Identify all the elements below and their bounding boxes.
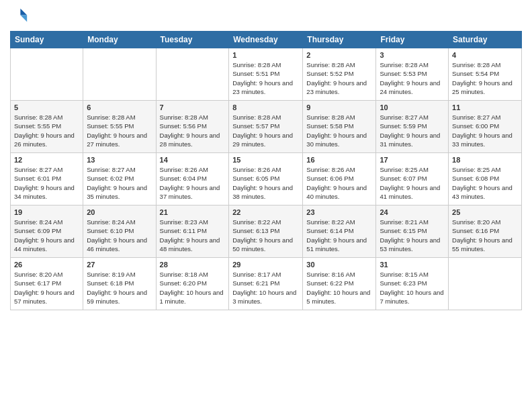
day-info: Sunrise: 8:17 AM Sunset: 6:21 PM Dayligh…	[232, 270, 299, 306]
day-number: 14	[160, 156, 226, 164]
day-cell: 6Sunrise: 8:28 AM Sunset: 5:55 PM Daylig…	[83, 101, 156, 153]
day-cell: 12Sunrise: 8:27 AM Sunset: 6:01 PM Dayli…	[11, 153, 83, 205]
day-info: Sunrise: 8:27 AM Sunset: 6:00 PM Dayligh…	[452, 113, 518, 148]
day-number: 28	[160, 261, 226, 269]
day-cell: 28Sunrise: 8:18 AM Sunset: 6:20 PM Dayli…	[156, 258, 229, 310]
day-number: 13	[87, 156, 152, 164]
weekday-header-tuesday: Tuesday	[156, 32, 229, 48]
day-cell: 13Sunrise: 8:27 AM Sunset: 6:02 PM Dayli…	[83, 153, 156, 205]
week-row-1: 5Sunrise: 8:28 AM Sunset: 5:55 PM Daylig…	[11, 101, 522, 153]
day-number: 1	[232, 51, 299, 59]
weekday-header-saturday: Saturday	[449, 32, 522, 48]
svg-marker-0	[20, 9, 27, 15]
day-cell: 23Sunrise: 8:22 AM Sunset: 6:14 PM Dayli…	[303, 205, 376, 258]
weekday-header-row: SundayMondayTuesdayWednesdayThursdayFrid…	[11, 32, 522, 48]
day-info: Sunrise: 8:15 AM Sunset: 6:23 PM Dayligh…	[380, 270, 445, 306]
day-cell: 10Sunrise: 8:27 AM Sunset: 5:59 PM Dayli…	[376, 101, 449, 153]
day-number: 10	[380, 103, 445, 111]
day-number: 23	[306, 208, 372, 216]
day-info: Sunrise: 8:26 AM Sunset: 6:05 PM Dayligh…	[232, 165, 299, 201]
day-info: Sunrise: 8:24 AM Sunset: 6:10 PM Dayligh…	[87, 218, 152, 253]
day-number: 21	[160, 208, 226, 216]
day-cell: 22Sunrise: 8:22 AM Sunset: 6:13 PM Dayli…	[229, 205, 303, 258]
day-info: Sunrise: 8:23 AM Sunset: 6:11 PM Dayligh…	[160, 218, 226, 253]
day-number: 9	[306, 103, 372, 111]
day-info: Sunrise: 8:28 AM Sunset: 5:58 PM Dayligh…	[306, 113, 372, 148]
day-info: Sunrise: 8:26 AM Sunset: 6:04 PM Dayligh…	[160, 165, 226, 201]
day-info: Sunrise: 8:16 AM Sunset: 6:22 PM Dayligh…	[306, 270, 372, 306]
day-number: 31	[380, 261, 445, 269]
day-info: Sunrise: 8:25 AM Sunset: 6:08 PM Dayligh…	[452, 165, 518, 201]
day-number: 22	[232, 208, 299, 216]
day-number: 5	[14, 103, 79, 111]
day-number: 27	[87, 261, 152, 269]
day-number: 16	[306, 156, 372, 164]
calendar-table: SundayMondayTuesdayWednesdayThursdayFrid…	[10, 31, 522, 310]
day-cell: 15Sunrise: 8:26 AM Sunset: 6:05 PM Dayli…	[229, 153, 303, 205]
day-cell	[156, 48, 229, 101]
day-number: 20	[87, 208, 152, 216]
day-cell: 24Sunrise: 8:21 AM Sunset: 6:15 PM Dayli…	[376, 205, 449, 258]
day-cell: 4Sunrise: 8:28 AM Sunset: 5:54 PM Daylig…	[449, 48, 522, 101]
svg-marker-1	[20, 15, 27, 22]
day-cell	[11, 48, 83, 101]
day-cell: 7Sunrise: 8:28 AM Sunset: 5:56 PM Daylig…	[156, 101, 229, 153]
day-info: Sunrise: 8:18 AM Sunset: 6:20 PM Dayligh…	[160, 270, 226, 306]
day-info: Sunrise: 8:27 AM Sunset: 6:01 PM Dayligh…	[14, 165, 79, 201]
day-info: Sunrise: 8:28 AM Sunset: 5:55 PM Dayligh…	[87, 113, 152, 148]
day-cell: 5Sunrise: 8:28 AM Sunset: 5:55 PM Daylig…	[11, 101, 83, 153]
day-cell: 17Sunrise: 8:25 AM Sunset: 6:07 PM Dayli…	[376, 153, 449, 205]
day-cell: 26Sunrise: 8:20 AM Sunset: 6:17 PM Dayli…	[11, 258, 83, 310]
weekday-header-thursday: Thursday	[303, 32, 376, 48]
day-cell: 14Sunrise: 8:26 AM Sunset: 6:04 PM Dayli…	[156, 153, 229, 205]
day-cell: 20Sunrise: 8:24 AM Sunset: 6:10 PM Dayli…	[83, 205, 156, 258]
day-number: 26	[14, 261, 79, 269]
day-number: 11	[452, 103, 518, 111]
day-cell: 27Sunrise: 8:19 AM Sunset: 6:18 PM Dayli…	[83, 258, 156, 310]
day-number: 19	[14, 208, 79, 216]
week-row-4: 26Sunrise: 8:20 AM Sunset: 6:17 PM Dayli…	[11, 258, 522, 310]
day-number: 29	[232, 261, 299, 269]
day-cell: 16Sunrise: 8:26 AM Sunset: 6:06 PM Dayli…	[303, 153, 376, 205]
day-cell: 18Sunrise: 8:25 AM Sunset: 6:08 PM Dayli…	[449, 153, 522, 205]
day-info: Sunrise: 8:21 AM Sunset: 6:15 PM Dayligh…	[380, 218, 445, 253]
day-number: 2	[306, 51, 372, 59]
day-cell: 21Sunrise: 8:23 AM Sunset: 6:11 PM Dayli…	[156, 205, 229, 258]
day-info: Sunrise: 8:28 AM Sunset: 5:54 PM Dayligh…	[452, 60, 518, 96]
weekday-header-sunday: Sunday	[11, 32, 83, 48]
day-number: 18	[452, 156, 518, 164]
day-number: 30	[306, 261, 372, 269]
day-info: Sunrise: 8:28 AM Sunset: 5:53 PM Dayligh…	[380, 60, 445, 96]
day-info: Sunrise: 8:20 AM Sunset: 6:16 PM Dayligh…	[452, 218, 518, 253]
day-cell: 3Sunrise: 8:28 AM Sunset: 5:53 PM Daylig…	[376, 48, 449, 101]
day-cell	[449, 258, 522, 310]
week-row-3: 19Sunrise: 8:24 AM Sunset: 6:09 PM Dayli…	[11, 205, 522, 258]
day-number: 17	[380, 156, 445, 164]
day-number: 15	[232, 156, 299, 164]
day-cell: 31Sunrise: 8:15 AM Sunset: 6:23 PM Dayli…	[376, 258, 449, 310]
day-info: Sunrise: 8:27 AM Sunset: 5:59 PM Dayligh…	[380, 113, 445, 148]
day-cell: 2Sunrise: 8:28 AM Sunset: 5:52 PM Daylig…	[303, 48, 376, 101]
day-info: Sunrise: 8:24 AM Sunset: 6:09 PM Dayligh…	[14, 218, 79, 253]
day-info: Sunrise: 8:22 AM Sunset: 6:13 PM Dayligh…	[232, 218, 299, 253]
day-info: Sunrise: 8:19 AM Sunset: 6:18 PM Dayligh…	[87, 270, 152, 306]
day-cell: 19Sunrise: 8:24 AM Sunset: 6:09 PM Dayli…	[11, 205, 83, 258]
day-cell: 11Sunrise: 8:27 AM Sunset: 6:00 PM Dayli…	[449, 101, 522, 153]
day-number: 3	[380, 51, 445, 59]
day-cell: 8Sunrise: 8:28 AM Sunset: 5:57 PM Daylig…	[229, 101, 303, 153]
day-info: Sunrise: 8:28 AM Sunset: 5:57 PM Dayligh…	[232, 113, 299, 148]
weekday-header-monday: Monday	[83, 32, 156, 48]
day-cell: 1Sunrise: 8:28 AM Sunset: 5:51 PM Daylig…	[229, 48, 303, 101]
weekday-header-friday: Friday	[376, 32, 449, 48]
day-info: Sunrise: 8:28 AM Sunset: 5:51 PM Dayligh…	[232, 60, 299, 96]
day-info: Sunrise: 8:25 AM Sunset: 6:07 PM Dayligh…	[380, 165, 445, 201]
logo	[10, 7, 32, 26]
day-info: Sunrise: 8:28 AM Sunset: 5:55 PM Dayligh…	[14, 113, 79, 148]
week-row-2: 12Sunrise: 8:27 AM Sunset: 6:01 PM Dayli…	[11, 153, 522, 205]
day-cell: 29Sunrise: 8:17 AM Sunset: 6:21 PM Dayli…	[229, 258, 303, 310]
day-number: 8	[232, 103, 299, 111]
header	[10, 7, 522, 26]
logo-icon	[10, 7, 29, 26]
page: SundayMondayTuesdayWednesdayThursdayFrid…	[0, 0, 532, 411]
weekday-header-wednesday: Wednesday	[229, 32, 303, 48]
